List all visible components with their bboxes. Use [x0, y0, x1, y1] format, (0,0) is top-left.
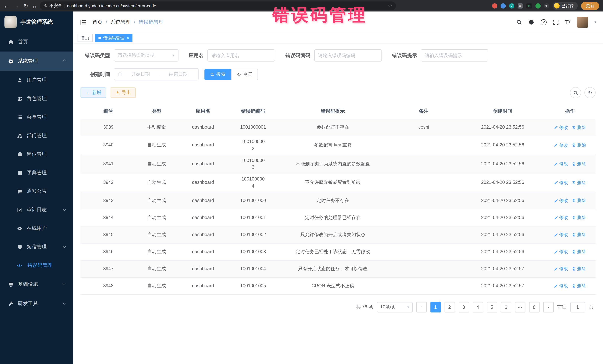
refresh-table-button[interactable]: ↻: [584, 87, 596, 98]
delete-link[interactable]: 删除: [572, 142, 586, 149]
edit-link[interactable]: 修改: [554, 265, 568, 272]
address-bar[interactable]: ⚠ 不安全 dashboard.yudao.iocoder.cn/system/…: [40, 1, 396, 10]
page-button-1[interactable]: 1: [430, 302, 441, 312]
tab-home[interactable]: 首页: [78, 34, 93, 42]
edit-link[interactable]: 修改: [554, 179, 568, 186]
page-button-5[interactable]: 5: [487, 302, 497, 312]
bookmark-star-icon[interactable]: ☆: [388, 3, 392, 9]
cell-code: 1001001005: [229, 280, 277, 292]
edit-link[interactable]: 修改: [554, 142, 568, 149]
edit-link[interactable]: 修改: [554, 248, 568, 255]
page-button-8[interactable]: 8: [529, 302, 539, 312]
add-button[interactable]: ＋ 新增: [81, 88, 106, 98]
close-icon[interactable]: ×: [127, 36, 129, 40]
date-range-picker[interactable]: 开始日期 - 结束日期: [114, 68, 198, 80]
delete-link[interactable]: 删除: [572, 282, 586, 289]
error-msg-input[interactable]: [421, 49, 488, 62]
app-name-input[interactable]: [208, 49, 275, 62]
collapse-sidebar-button[interactable]: [80, 19, 86, 25]
search-icon[interactable]: [516, 19, 522, 25]
delete-link[interactable]: 删除: [572, 179, 586, 186]
security-label: 不安全: [49, 3, 62, 9]
page-button-6[interactable]: 6: [501, 302, 511, 312]
sidebar-item-menus[interactable]: 菜单管理: [0, 108, 73, 126]
user-icon: [17, 77, 23, 83]
sidebar-item-system[interactable]: 系统管理: [0, 52, 73, 71]
create-time-label: 创建时间: [90, 71, 110, 78]
sidebar-item-dictionary[interactable]: 字典管理: [0, 164, 73, 182]
edit-link[interactable]: 修改: [554, 214, 568, 221]
edit-link[interactable]: 修改: [554, 124, 568, 131]
sidebar-item-roles[interactable]: 角色管理: [0, 89, 73, 108]
delete-link[interactable]: 删除: [572, 265, 586, 272]
cell-msg: 定时任务不存在: [277, 195, 389, 206]
paused-badge[interactable]: 已暂停: [552, 2, 578, 10]
sidebar-item-error-code[interactable]: </> 错误码管理: [0, 256, 73, 275]
sidebar-item-label: 用户管理: [27, 77, 47, 83]
tab-error-code[interactable]: 错误码管理 ×: [95, 34, 132, 42]
cell-msg: 不允许获取敏感配置到前端: [277, 177, 389, 188]
sidebar-item-notices[interactable]: 通知公告: [0, 182, 73, 200]
delete-link[interactable]: 删除: [572, 214, 586, 221]
browser-home-icon[interactable]: ⌂: [33, 3, 36, 8]
sidebar-item-infrastructure[interactable]: 基础设施: [0, 275, 73, 294]
show-search-button[interactable]: [570, 87, 581, 98]
table-row: 3946 自动生成 dashboard 1001001003 定时任务已经处于该…: [81, 243, 596, 260]
extension-icon-teal[interactable]: V: [509, 3, 514, 8]
prev-page-button[interactable]: ‹: [416, 302, 427, 312]
edit-link[interactable]: 修改: [554, 197, 568, 204]
page-button-4[interactable]: 4: [473, 302, 483, 312]
github-icon[interactable]: [529, 19, 534, 25]
page-button-3[interactable]: 3: [458, 302, 469, 312]
extension-icon-grid[interactable]: ▦: [517, 3, 523, 8]
update-button[interactable]: 更新: [581, 2, 599, 10]
search-button[interactable]: 搜索: [204, 69, 231, 80]
search-icon: [573, 90, 578, 95]
back-icon[interactable]: ←: [4, 3, 9, 8]
edit-icon: [554, 216, 558, 220]
page-button-2[interactable]: 2: [444, 302, 455, 312]
edit-link[interactable]: 修改: [554, 161, 568, 167]
edit-link[interactable]: 修改: [554, 231, 568, 238]
avatar[interactable]: [577, 16, 588, 28]
delete-link[interactable]: 删除: [572, 197, 586, 204]
sidebar-item-sms[interactable]: 短信管理: [0, 238, 73, 256]
range-separator: -: [159, 72, 160, 77]
breadcrumb-system[interactable]: 系统管理: [111, 19, 131, 25]
extension-icon-blue[interactable]: [500, 3, 506, 8]
col-header-msg: 错误码提示: [277, 108, 389, 114]
app-logo[interactable]: 芋道管理系统: [0, 11, 73, 32]
delete-link[interactable]: 删除: [572, 248, 586, 255]
sidebar-item-users[interactable]: 用户管理: [0, 71, 73, 89]
goto-page-input[interactable]: [570, 302, 585, 312]
extension-icon-red[interactable]: [492, 3, 497, 8]
error-code-input[interactable]: [314, 49, 382, 62]
extension-icon-on[interactable]: on: [526, 3, 532, 8]
extension-icon-pin[interactable]: [544, 3, 549, 8]
sidebar-item-dev-tools[interactable]: 研发工具: [0, 294, 73, 313]
more-pages-button[interactable]: •••: [515, 302, 525, 312]
page-size-select[interactable]: 10条/页 ▾: [377, 302, 412, 312]
reset-button[interactable]: ↻ 重置: [231, 69, 258, 80]
sidebar-item-online-users[interactable]: 在线用户: [0, 219, 73, 238]
col-header-ops: 操作: [546, 108, 594, 114]
sidebar-item-audit-log[interactable]: 审计日志: [0, 200, 73, 219]
delete-link[interactable]: 删除: [572, 124, 586, 131]
font-size-icon[interactable]: TT: [565, 19, 571, 25]
delete-link[interactable]: 删除: [572, 161, 586, 167]
reload-icon[interactable]: ↻: [24, 3, 28, 8]
forward-icon[interactable]: →: [14, 3, 19, 8]
delete-link[interactable]: 删除: [572, 231, 586, 238]
sidebar-item-home[interactable]: 首页: [0, 32, 73, 52]
breadcrumb-home[interactable]: 首页: [93, 19, 103, 25]
next-page-button[interactable]: ›: [543, 302, 554, 312]
error-type-select[interactable]: 请选择错误码类型 ▾: [114, 49, 178, 62]
extension-icon-green[interactable]: [535, 3, 541, 8]
fullscreen-icon[interactable]: [553, 19, 559, 25]
help-icon[interactable]: ?: [541, 19, 547, 25]
sidebar-item-departments[interactable]: 部门管理: [0, 126, 73, 145]
sidebar-item-positions[interactable]: 岗位管理: [0, 145, 73, 164]
chevron-down-icon[interactable]: ▾: [594, 20, 596, 24]
export-button[interactable]: 导出: [111, 88, 136, 98]
edit-link[interactable]: 修改: [554, 282, 568, 289]
